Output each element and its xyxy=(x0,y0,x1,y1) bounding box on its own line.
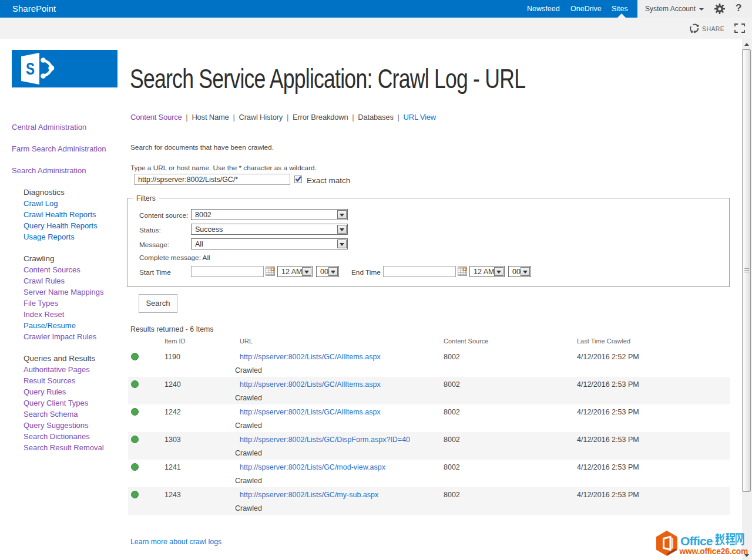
svg-text:www.office26.com: www.office26.com xyxy=(679,547,748,556)
svg-text:S: S xyxy=(26,59,35,78)
svg-text:Office: Office xyxy=(680,534,713,548)
